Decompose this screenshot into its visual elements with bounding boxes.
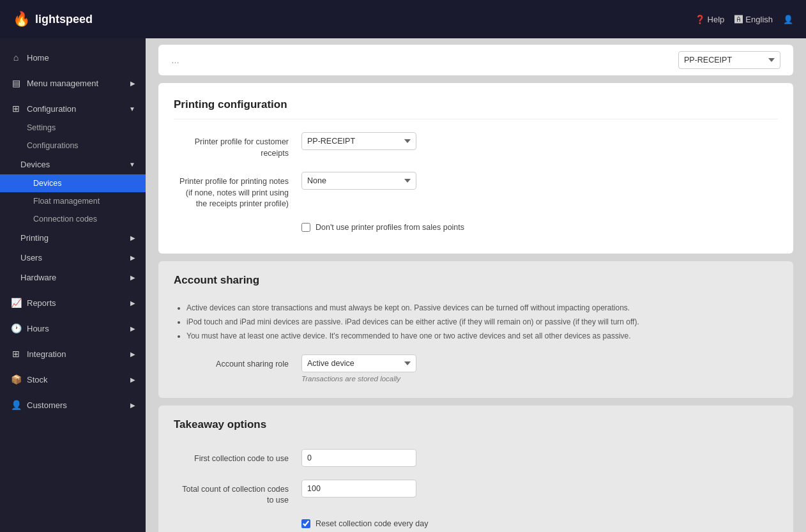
sidebar-item-hours-label: Hours	[27, 324, 49, 333]
customers-icon: 👤	[10, 400, 22, 410]
sidebar-section-configuration: ⊞ Configuration ▼ Settings Configuration…	[0, 96, 146, 290]
sidebar-item-menu-management[interactable]: ▤ Menu management ▶	[0, 73, 146, 93]
sidebar-item-hardware[interactable]: Hardware ▶	[0, 268, 146, 287]
top-partial-select[interactable]: PP-RECEIPT	[678, 51, 780, 69]
user-icon: 👤	[783, 15, 793, 24]
total-count-control	[301, 480, 429, 498]
total-count-label: Total count of collection codes to use	[174, 480, 301, 506]
takeaway-title: Takeaway options	[174, 418, 778, 439]
configurations-label: Configurations	[27, 141, 79, 150]
bullet-3: You must have at least one active device…	[186, 330, 778, 342]
sidebar-item-home-label: Home	[27, 53, 49, 63]
topbar-right: ❓ Help 🅰 English 👤	[695, 15, 793, 24]
sidebar-item-devices-group[interactable]: Devices ▼	[0, 155, 146, 174]
sidebar-section-stock: 📦 Stock ▶	[0, 367, 146, 392]
sidebar-child-connection-codes[interactable]: Connection codes	[0, 210, 146, 228]
sidebar-item-stock[interactable]: 📦 Stock ▶	[0, 369, 146, 390]
devices-group-arrow: ▼	[129, 161, 135, 168]
float-mgmt-label: Float management	[33, 197, 100, 206]
customer-receipt-label: Printer profile for customer receipts	[174, 132, 301, 159]
bullet-2: iPod touch and iPad mini devices are pas…	[186, 316, 778, 328]
total-count-row: Total count of collection codes to use	[174, 480, 778, 506]
logo-text: lightspeed	[35, 13, 93, 26]
topbar: 🔥 lightspeed ❓ Help 🅰 English 👤	[0, 0, 806, 38]
sidebar-item-menu-label: Menu management	[27, 79, 98, 88]
devices-group-label: Devices	[20, 160, 50, 169]
top-partial-card: … PP-RECEIPT	[158, 45, 793, 75]
users-arrow: ▶	[130, 254, 135, 261]
printing-config-title: Printing configuration	[174, 98, 778, 119]
sidebar-item-reports[interactable]: 📈 Reports ▶	[0, 293, 146, 313]
sidebar-item-customers[interactable]: 👤 Customers ▶	[0, 395, 146, 415]
first-code-control	[301, 449, 429, 467]
topbar-left: 🔥 lightspeed	[0, 11, 93, 27]
reports-icon: 📈	[10, 298, 22, 308]
no-profile-row: Don't use printer profiles from sales po…	[301, 223, 778, 232]
first-code-row: First collection code to use	[174, 449, 778, 467]
config-icon: ⊞	[10, 103, 22, 114]
user-link[interactable]: 👤	[783, 15, 793, 24]
stock-icon: 📦	[10, 374, 22, 384]
sidebar-child-configurations[interactable]: Configurations	[0, 137, 146, 155]
sidebar-item-configuration[interactable]: ⊞ Configuration ▼	[0, 98, 146, 119]
printing-notes-row: Printer profile for printing notes (if n…	[174, 172, 778, 210]
connection-codes-label: Connection codes	[33, 215, 97, 224]
users-label: Users	[20, 253, 42, 262]
sidebar-child-devices[interactable]: Devices	[0, 174, 146, 192]
devices-children: Devices Float management Connection code…	[0, 174, 146, 228]
account-sharing-title: Account sharing	[174, 274, 778, 294]
reports-arrow: ▶	[130, 300, 135, 307]
logo[interactable]: 🔥 lightspeed	[13, 11, 93, 27]
sidebar-item-integration[interactable]: ⊞ Integration ▶	[0, 344, 146, 364]
sidebar-item-home[interactable]: ⌂ Home	[0, 47, 146, 68]
account-role-label: Account sharing role	[174, 354, 301, 370]
devices-label: Devices	[33, 179, 61, 188]
sidebar-section-hours: 🕐 Hours ▶	[0, 315, 146, 341]
reset-code-row: Reset collection code every day	[301, 519, 778, 528]
sidebar-item-hours[interactable]: 🕐 Hours ▶	[0, 318, 146, 338]
printing-arrow: ▶	[130, 234, 135, 241]
customer-receipt-select[interactable]: PP-RECEIPT None Default	[301, 132, 416, 150]
sidebar-item-users[interactable]: Users ▶	[0, 248, 146, 268]
sidebar-item-config-label: Configuration	[27, 104, 76, 114]
content-area: … PP-RECEIPT Printing configuration Prin…	[146, 38, 806, 532]
customer-receipt-control: PP-RECEIPT None Default	[301, 132, 429, 150]
sidebar-item-customers-label: Customers	[27, 400, 67, 410]
sidebar: ⌂ Home ▤ Menu management ▶ ⊞ Configurati…	[0, 38, 146, 532]
account-role-control: Active device Passive device Transaction…	[301, 354, 429, 383]
sidebar-section-home: ⌂ Home	[0, 45, 146, 70]
sidebar-child-float-management[interactable]: Float management	[0, 192, 146, 210]
printing-notes-control: None PP-RECEIPT Default	[301, 172, 429, 190]
help-link[interactable]: ❓ Help	[695, 15, 725, 24]
sidebar-section-menu: ▤ Menu management ▶	[0, 70, 146, 96]
menu-icon: ▤	[10, 78, 22, 88]
reset-code-checkbox[interactable]	[301, 519, 310, 528]
no-profile-label: Don't use printer profiles from sales po…	[316, 223, 464, 232]
integration-icon: ⊞	[10, 349, 22, 359]
settings-label: Settings	[27, 123, 56, 132]
account-role-select[interactable]: Active device Passive device	[301, 354, 416, 372]
no-profile-checkbox[interactable]	[301, 223, 310, 232]
account-role-hint: Transactions are stored locally	[301, 375, 429, 383]
customers-arrow: ▶	[130, 402, 135, 409]
sidebar-item-integration-label: Integration	[27, 349, 66, 359]
config-children: Settings Configurations Devices ▼ Device…	[0, 119, 146, 287]
integration-arrow: ▶	[130, 351, 135, 358]
total-count-input[interactable]	[301, 480, 416, 498]
account-sharing-bullets: Active devices can store transactions an…	[174, 302, 778, 342]
language-link[interactable]: 🅰 English	[734, 15, 773, 24]
language-label: English	[745, 15, 773, 24]
sidebar-child-settings[interactable]: Settings	[0, 119, 146, 137]
first-code-label: First collection code to use	[174, 449, 301, 465]
first-code-input[interactable]	[301, 449, 416, 467]
logo-icon: 🔥	[13, 11, 30, 27]
help-icon: ❓	[695, 15, 705, 24]
hardware-arrow: ▶	[130, 274, 135, 281]
sidebar-item-printing[interactable]: Printing ▶	[0, 228, 146, 248]
sidebar-item-reports-label: Reports	[27, 298, 56, 308]
top-partial-label: …	[171, 56, 179, 65]
printing-notes-label: Printer profile for printing notes (if n…	[174, 172, 301, 210]
printing-notes-select[interactable]: None PP-RECEIPT Default	[301, 172, 416, 190]
takeaway-section: Takeaway options First collection code t…	[158, 406, 793, 533]
printing-config-card: Printing configuration Printer profile f…	[158, 83, 793, 254]
